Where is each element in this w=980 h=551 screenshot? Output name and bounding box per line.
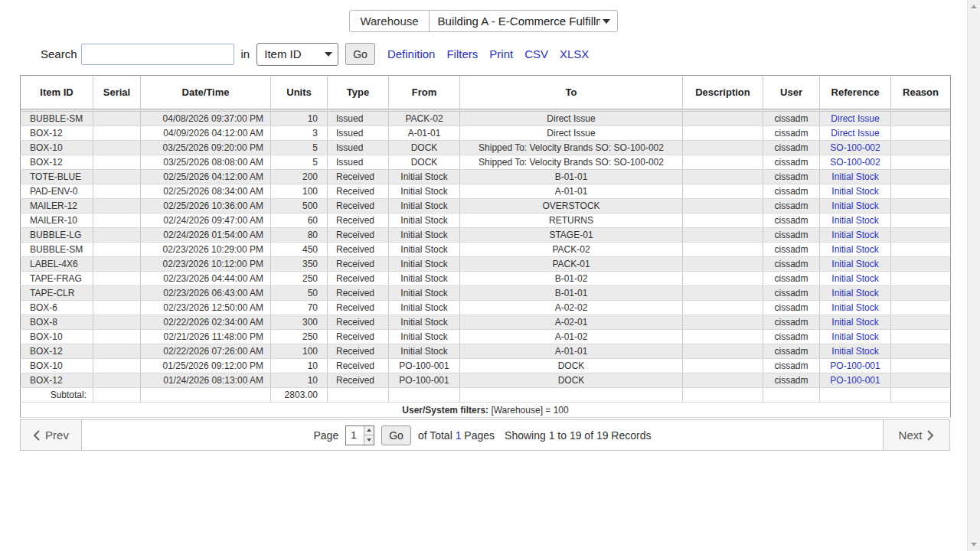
reference-link[interactable]: Initial Stock — [831, 244, 878, 255]
cell-datetime: 02/23/2026 04:44:00 AM — [141, 272, 271, 286]
reference-link[interactable]: Initial Stock — [831, 186, 878, 197]
column-header-user[interactable]: User — [763, 76, 820, 109]
search-field-select[interactable]: Item ID — [256, 43, 338, 66]
cell-units: 300 — [271, 315, 328, 330]
cell-serial — [93, 301, 141, 315]
cell-datetime: 02/25/2026 08:34:00 AM — [141, 184, 271, 199]
reference-link[interactable]: Initial Stock — [831, 259, 878, 269]
cell-type: Received — [328, 272, 389, 286]
cell-datetime: 02/24/2026 09:47:00 AM — [141, 214, 271, 228]
page-number-field[interactable] — [346, 426, 364, 445]
reference-link[interactable]: Initial Stock — [831, 273, 878, 284]
reference-link[interactable]: Initial Stock — [831, 302, 878, 313]
column-header-type[interactable]: Type — [328, 76, 389, 109]
reference-link[interactable]: Initial Stock — [831, 201, 878, 211]
page-number-input[interactable] — [345, 425, 374, 445]
warehouse-label: Warehouse — [350, 11, 428, 31]
column-header-from[interactable]: From — [389, 76, 460, 109]
reference-link[interactable]: Initial Stock — [831, 171, 878, 182]
cell-type: Received — [328, 301, 389, 315]
cell-desc — [683, 228, 763, 243]
reference-link[interactable]: PO-100-001 — [830, 360, 880, 371]
cell-serial — [93, 214, 141, 228]
cell-from: Initial Stock — [389, 170, 460, 184]
reference-link[interactable]: Direct Issue — [831, 113, 879, 124]
cell-serial — [93, 112, 141, 126]
cell-serial — [93, 199, 141, 214]
scrollbar-down-button[interactable] — [968, 538, 980, 551]
print-link[interactable]: Print — [489, 47, 513, 60]
column-header-ref[interactable]: Reference — [820, 76, 891, 109]
reference-link[interactable]: Initial Stock — [831, 317, 878, 328]
scrollbar-up-button[interactable] — [968, 0, 980, 13]
total-pages-text: of Total 1 Pages — [418, 429, 495, 442]
column-header-datetime[interactable]: Date/Time — [141, 76, 271, 109]
column-header-to[interactable]: To — [460, 76, 683, 109]
cell-desc — [683, 359, 763, 373]
definition-link[interactable]: Definition — [387, 47, 436, 60]
cell-units: 10 — [271, 359, 328, 373]
search-go-button[interactable]: Go — [345, 43, 375, 65]
cell-units: 350 — [271, 257, 328, 272]
column-header-item[interactable]: Item ID — [21, 76, 93, 109]
next-page-button[interactable]: Next — [883, 420, 949, 450]
triangle-up-icon — [367, 429, 371, 432]
reference-link[interactable]: Initial Stock — [831, 230, 878, 240]
cell-ref: Initial Stock — [820, 344, 891, 359]
reference-link[interactable]: Initial Stock — [831, 215, 878, 226]
cell-units: 200 — [271, 170, 328, 184]
table-row: BUBBLE-SM02/23/2026 10:29:00 PM450Receiv… — [21, 243, 951, 257]
reference-link[interactable]: Initial Stock — [831, 331, 878, 342]
spinner-down-button[interactable] — [364, 435, 374, 445]
column-header-serial[interactable]: Serial — [93, 76, 141, 109]
table-row: BOX-802/22/2026 02:34:00 AM300ReceivedIn… — [21, 315, 951, 330]
cell-user: cissadm — [763, 272, 820, 286]
cell-type: Received — [328, 214, 389, 228]
column-header-units[interactable]: Units — [271, 76, 328, 109]
cell-desc — [683, 184, 763, 199]
cell-item: BOX-10 — [21, 330, 93, 344]
cell-serial — [93, 344, 141, 359]
scrollbar[interactable] — [967, 0, 980, 551]
cell-reason — [891, 301, 951, 315]
csv-link[interactable]: CSV — [524, 47, 548, 60]
cell-ref: Initial Stock — [820, 315, 891, 330]
reference-link[interactable]: Initial Stock — [831, 288, 878, 298]
cell-reason — [891, 373, 951, 388]
search-label: Search — [41, 47, 77, 60]
cell-item: MAILER-12 — [21, 199, 93, 214]
cell-type: Issued — [328, 141, 389, 155]
cell-serial — [93, 126, 141, 141]
cell-desc — [683, 257, 763, 272]
column-header-reason[interactable]: Reason — [891, 76, 951, 109]
cell-datetime: 02/25/2026 10:36:00 AM — [141, 199, 271, 214]
cell-reason — [891, 214, 951, 228]
reference-link[interactable]: Initial Stock — [831, 346, 878, 357]
column-header-desc[interactable]: Description — [683, 76, 763, 109]
cell-units: 50 — [271, 286, 328, 301]
cell-desc — [683, 126, 763, 141]
page-go-button[interactable]: Go — [381, 425, 411, 445]
prev-page-button[interactable]: Prev — [21, 420, 82, 450]
cell-type: Issued — [328, 126, 389, 141]
cell-ref: Initial Stock — [820, 199, 891, 214]
total-pages-link[interactable]: 1 — [456, 429, 462, 442]
next-label: Next — [899, 429, 923, 442]
reference-link[interactable]: Direct Issue — [831, 128, 879, 139]
search-toolbar: Search in Item ID Go Definition Filters … — [41, 42, 967, 66]
xlsx-link[interactable]: XLSX — [560, 47, 589, 60]
cell-user: cissadm — [763, 170, 820, 184]
cell-type: Received — [328, 286, 389, 301]
table-row: BOX-1002/21/2026 11:48:00 PM250ReceivedI… — [21, 330, 951, 344]
search-input[interactable] — [81, 44, 234, 65]
reference-link[interactable]: PO-100-001 — [830, 375, 880, 386]
spinner-up-button[interactable] — [364, 426, 374, 436]
filters-link[interactable]: Filters — [446, 47, 478, 60]
warehouse-select[interactable]: Building A - E-Commerce Fulfillm — [430, 11, 617, 31]
cell-serial — [93, 286, 141, 301]
reference-link[interactable]: SO-100-002 — [830, 157, 880, 168]
reference-link[interactable]: SO-100-002 — [830, 142, 880, 153]
cell-reason — [891, 126, 951, 141]
cell-units: 10 — [271, 373, 328, 388]
chevron-left-icon — [33, 430, 40, 441]
